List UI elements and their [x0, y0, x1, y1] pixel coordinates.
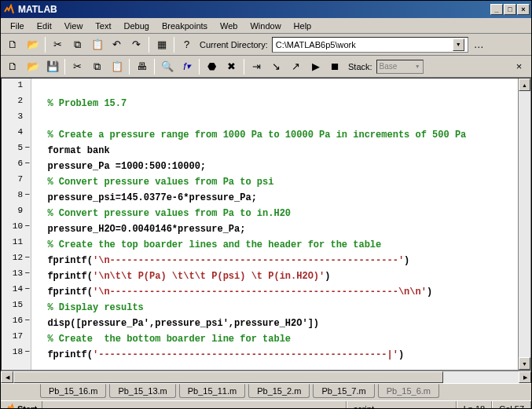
- start-button[interactable]: Start: [1, 401, 42, 409]
- code-line[interactable]: pressure_H2O=0.0040146*pressure_Pa;: [36, 221, 513, 237]
- line-number: 4: [2, 127, 31, 143]
- step-icon[interactable]: ⇥: [248, 58, 266, 75]
- cut-icon[interactable]: ✂: [49, 36, 67, 53]
- file-tab[interactable]: Pb_15_2.m: [248, 384, 310, 398]
- clear-breakpoint-icon[interactable]: ✖: [222, 58, 240, 75]
- set-breakpoint-icon[interactable]: ⬣: [203, 58, 221, 75]
- line-number: 15: [2, 300, 31, 316]
- line-number: 10: [2, 221, 31, 237]
- menu-breakpoints[interactable]: Breakpoints: [156, 20, 214, 32]
- new-file-icon[interactable]: 🗋: [4, 36, 22, 53]
- code-line[interactable]: % Display results: [36, 300, 513, 316]
- code-line[interactable]: % Convert pressure values from Pa to psi: [36, 174, 513, 190]
- line-number: 12: [2, 253, 31, 268]
- stack-dropdown[interactable]: Base ▼: [376, 60, 424, 74]
- menu-text[interactable]: Text: [89, 20, 117, 32]
- code-line[interactable]: % Create a pressure range from 1000 Pa t…: [36, 127, 513, 143]
- scroll-down-icon[interactable]: ▼: [519, 357, 530, 370]
- code-line[interactable]: fprintf('\n\t\t P(Pa) \t\t\t P(psi) \t P…: [36, 268, 513, 284]
- step-out-icon[interactable]: ↗: [287, 58, 305, 75]
- line-number: 14: [2, 284, 31, 300]
- toolbar-close-icon[interactable]: ×: [510, 58, 528, 75]
- save-icon[interactable]: 💾: [43, 58, 61, 75]
- code-line[interactable]: % Create the top boarder lines and the h…: [36, 237, 513, 253]
- separator: [154, 59, 155, 75]
- simulink-icon[interactable]: ▦: [152, 36, 171, 53]
- undo-icon[interactable]: ↶: [108, 36, 126, 53]
- file-tab[interactable]: Pb_15_13.m: [109, 384, 175, 398]
- scroll-thumb[interactable]: [13, 371, 443, 383]
- find-icon[interactable]: 🔍: [158, 58, 176, 75]
- function-icon[interactable]: f▾: [178, 58, 196, 75]
- menu-debug[interactable]: Debug: [118, 20, 156, 32]
- current-dir-dropdown[interactable]: C:\MATLAB6p5\work ▼: [272, 37, 468, 53]
- open-mfile-icon[interactable]: 📂: [24, 58, 42, 75]
- file-tab[interactable]: Pb_15_16.m: [40, 384, 106, 398]
- scroll-left-icon[interactable]: ◀: [1, 371, 13, 383]
- code-editor[interactable]: % Problem 15.7 % Create a pressure range…: [31, 79, 518, 370]
- code-line[interactable]: % Problem 15.7: [36, 96, 513, 111]
- code-line[interactable]: disp([pressure_Pa',pressure_psi',pressur…: [36, 316, 513, 331]
- paste2-icon[interactable]: 📋: [108, 58, 126, 75]
- window-controls: _ □ ×: [490, 4, 530, 15]
- copy2-icon[interactable]: ⧉: [88, 58, 106, 75]
- line-number: 7: [2, 174, 31, 190]
- code-line[interactable]: % Create the bottom boarder line for tab…: [36, 331, 513, 347]
- code-line[interactable]: fprintf('\n-----------------------------…: [36, 253, 513, 268]
- redo-icon[interactable]: ↷: [127, 36, 145, 53]
- matlab-start-icon: [6, 404, 15, 410]
- code-line[interactable]: [36, 80, 513, 96]
- line-number: 2: [2, 96, 31, 111]
- editor-area: 123456789101112131415161718 % Problem 15…: [1, 78, 531, 371]
- file-tab[interactable]: Pb_15_6.m: [378, 384, 439, 398]
- menu-file[interactable]: File: [4, 20, 31, 32]
- horizontal-scrollbar[interactable]: ◀ ▶: [1, 371, 531, 383]
- copy-icon[interactable]: ⧉: [68, 36, 86, 53]
- close-button[interactable]: ×: [517, 4, 530, 15]
- line-number: 13: [2, 268, 31, 284]
- code-line[interactable]: pressure_psi=145.0377e-6*pressure_Pa;: [36, 190, 513, 206]
- code-line[interactable]: format bank: [36, 143, 513, 159]
- menu-view[interactable]: View: [58, 20, 90, 32]
- file-tab[interactable]: Pb_15_7.m: [313, 384, 374, 398]
- print-icon[interactable]: 🖶: [133, 58, 151, 75]
- browse-dir-button[interactable]: …: [470, 36, 488, 53]
- separator: [199, 59, 200, 75]
- chevron-down-icon[interactable]: ▼: [453, 38, 464, 51]
- line-number: 3: [2, 111, 31, 127]
- status-mode: script: [347, 401, 457, 409]
- exit-debug-icon[interactable]: ⏹: [326, 58, 344, 75]
- code-line[interactable]: pressure_Pa =1000:500:10000;: [36, 159, 513, 174]
- open-file-icon[interactable]: 📂: [24, 36, 42, 53]
- scroll-track[interactable]: [519, 91, 530, 357]
- minimize-button[interactable]: _: [490, 4, 503, 15]
- file-tab[interactable]: Pb_15_11.m: [179, 384, 245, 398]
- scroll-right-icon[interactable]: ▶: [519, 371, 531, 383]
- line-number: 17: [2, 331, 31, 347]
- menu-help[interactable]: Help: [288, 20, 318, 32]
- scroll-up-icon[interactable]: ▲: [519, 79, 530, 91]
- vertical-scrollbar[interactable]: ▲ ▼: [518, 79, 530, 370]
- code-line[interactable]: [36, 111, 513, 127]
- scroll-track-h[interactable]: [13, 371, 519, 383]
- separator: [45, 37, 46, 53]
- line-number: 8: [2, 190, 31, 206]
- code-line[interactable]: fprintf('-------------------------------…: [36, 347, 513, 363]
- step-in-icon[interactable]: ↘: [267, 58, 285, 75]
- code-line[interactable]: fprintf('\n-----------------------------…: [36, 284, 513, 300]
- continue-icon[interactable]: ▶: [306, 58, 325, 75]
- menu-web[interactable]: Web: [214, 20, 244, 32]
- paste-icon[interactable]: 📋: [88, 36, 106, 53]
- line-number: 9: [2, 206, 31, 221]
- cut2-icon[interactable]: ✂: [68, 58, 86, 75]
- menu-edit[interactable]: Edit: [31, 20, 58, 32]
- menu-window[interactable]: Window: [244, 20, 287, 32]
- current-dir-value: C:\MATLAB6p5\work: [276, 40, 356, 49]
- window-title: MATLAB: [18, 4, 490, 15]
- main-toolbar: 🗋 📂 ✂ ⧉ 📋 ↶ ↷ ▦ ? Current Directory: C:\…: [1, 34, 531, 56]
- new-mfile-icon[interactable]: 🗋: [4, 58, 22, 75]
- line-number: 18: [2, 347, 31, 363]
- help-icon[interactable]: ?: [178, 36, 196, 53]
- code-line[interactable]: % Convert pressure values from Pa to in.…: [36, 206, 513, 221]
- maximize-button[interactable]: □: [504, 4, 516, 15]
